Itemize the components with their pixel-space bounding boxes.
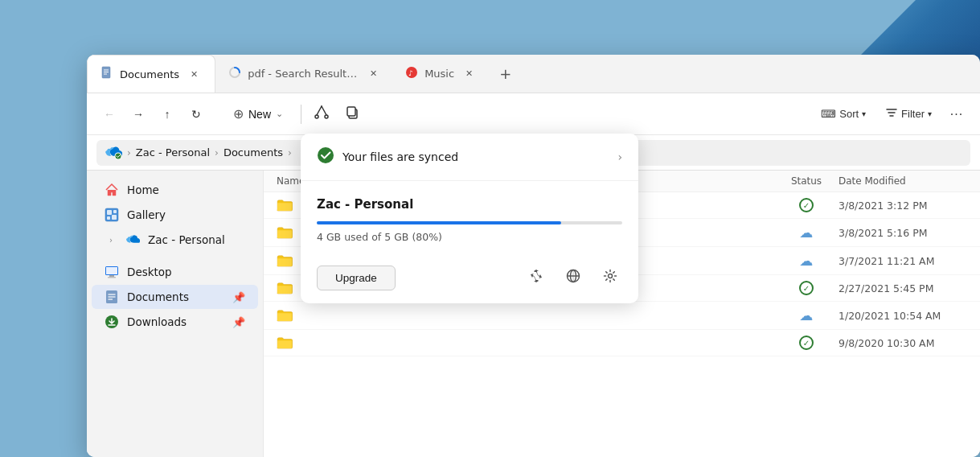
- tab-music[interactable]: ♪ Music ✕: [392, 55, 490, 93]
- downloads-pin-icon: 📌: [232, 316, 245, 328]
- tab-documents[interactable]: Documents ✕: [87, 55, 215, 93]
- documents-pin-icon: 📌: [232, 291, 245, 303]
- file-status-6: ✓: [774, 336, 839, 350]
- forward-button[interactable]: →: [125, 101, 151, 127]
- file-date-5: 1/20/2021 10:54 AM: [839, 310, 967, 322]
- sort-button[interactable]: ⌨ Sort ▾: [813, 104, 874, 124]
- popup-header-text: Your files are synced: [342, 150, 458, 163]
- sidebar-item-desktop[interactable]: Desktop: [92, 260, 258, 284]
- filter-label: Filter: [901, 108, 925, 120]
- zac-personal-icon: [125, 233, 140, 247]
- sidebar-item-home[interactable]: Home: [92, 178, 258, 202]
- file-status-3: ☁: [774, 253, 839, 269]
- sync-popup: Your files are synced › Zac - Personal 4…: [301, 134, 638, 303]
- svg-text:♪: ♪: [408, 69, 413, 77]
- sidebar-gallery-label: Gallery: [127, 208, 166, 221]
- sort-chevron: ▾: [862, 109, 866, 118]
- sidebar-item-downloads[interactable]: Downloads 📌: [92, 310, 258, 334]
- popup-footer: Upgrade: [301, 256, 638, 303]
- globe-button[interactable]: [561, 266, 585, 290]
- file-name-6: [277, 336, 774, 349]
- documents-icon: [105, 290, 119, 304]
- popup-account-name: Zac - Personal: [317, 197, 622, 212]
- sidebar-downloads-label: Downloads: [127, 315, 187, 328]
- new-button-label: New: [248, 108, 271, 121]
- popup-header: Your files are synced ›: [301, 134, 638, 181]
- col-date-header: Date Modified: [839, 175, 967, 187]
- file-date-6: 9/8/2020 10:30 AM: [839, 337, 967, 349]
- svg-rect-17: [113, 210, 117, 213]
- popup-footer-icons: [524, 266, 622, 290]
- copy-icon: [345, 105, 359, 123]
- synced-icon-1: ✓: [799, 198, 814, 212]
- file-date-4: 2/27/2021 5:45 PM: [839, 282, 967, 294]
- gallery-icon: [105, 208, 119, 222]
- sidebar-documents-label: Documents: [127, 290, 189, 303]
- cloud-icon-2: ☁: [800, 224, 814, 241]
- back-button[interactable]: ←: [96, 101, 122, 127]
- add-tab-button[interactable]: +: [490, 55, 521, 93]
- cut-icon: [314, 105, 329, 123]
- svg-rect-18: [107, 216, 110, 220]
- svg-rect-19: [112, 215, 117, 220]
- filter-icon: [885, 106, 898, 121]
- settings-button[interactable]: [598, 266, 622, 290]
- home-icon: [105, 183, 119, 197]
- svg-rect-23: [106, 267, 117, 274]
- svg-point-35: [609, 274, 613, 278]
- onedrive-breadcrumb-icon: [105, 146, 122, 159]
- copy-button[interactable]: [338, 101, 366, 128]
- sidebar-item-documents[interactable]: Documents 📌: [92, 285, 258, 309]
- tab-documents-close[interactable]: ✕: [186, 66, 202, 82]
- svg-line-7: [317, 106, 322, 115]
- breadcrumb-sep-0: ›: [127, 147, 131, 159]
- new-plus-icon: ⊕: [233, 106, 244, 121]
- up-button[interactable]: ↑: [154, 101, 180, 127]
- new-button[interactable]: ⊕ New ⌄: [222, 101, 294, 126]
- tab-music-close[interactable]: ✕: [461, 66, 477, 82]
- sidebar-item-zac-personal[interactable]: › Zac - Personal: [92, 228, 258, 252]
- svg-rect-22: [108, 277, 116, 278]
- file-status-4: ✓: [774, 281, 839, 295]
- sidebar-home-label: Home: [127, 183, 159, 196]
- svg-point-30: [318, 147, 334, 163]
- breadcrumb-zac-personal[interactable]: Zac - Personal: [136, 146, 210, 159]
- sidebar: Home Gallery ›: [87, 171, 264, 457]
- filter-button[interactable]: Filter ▾: [877, 102, 940, 126]
- popup-storage-text: 4 GB used of 5 GB (80%): [317, 231, 622, 243]
- new-dropdown-icon: ⌄: [276, 109, 283, 119]
- table-row[interactable]: ✓ 9/8/2020 10:30 AM: [264, 330, 980, 356]
- document-tab-icon: [100, 66, 113, 82]
- toolbar: ← → ↑ ↻ ⊕ New ⌄: [87, 93, 980, 135]
- tab-pdf-search-close[interactable]: ✕: [367, 66, 379, 82]
- toolbar-separator-1: [301, 105, 301, 124]
- upgrade-button[interactable]: Upgrade: [317, 266, 396, 290]
- tab-pdf-search[interactable]: pdf - Search Results in Hom ✕: [215, 55, 392, 93]
- sidebar-item-gallery[interactable]: Gallery: [92, 203, 258, 227]
- more-button[interactable]: ···: [943, 101, 970, 128]
- refresh-button[interactable]: ↻: [183, 101, 209, 127]
- breadcrumb-documents[interactable]: Documents: [223, 146, 283, 159]
- title-bar: Documents ✕ pdf - Search Results in Hom …: [87, 55, 980, 93]
- table-row[interactable]: ☁ 1/20/2021 10:54 AM: [264, 302, 980, 330]
- tab-pdf-search-label: pdf - Search Results in Hom: [248, 68, 360, 80]
- sort-label: Sort: [839, 108, 859, 120]
- zac-personal-expand-icon[interactable]: ›: [105, 233, 117, 246]
- svg-rect-21: [109, 275, 114, 277]
- popup-header-chevron[interactable]: ›: [617, 150, 622, 163]
- sidebar-desktop-label: Desktop: [127, 266, 172, 278]
- svg-point-9: [315, 115, 318, 118]
- file-date-3: 3/7/2021 11:21 AM: [839, 255, 967, 267]
- svg-point-10: [325, 115, 328, 118]
- filter-chevron: ▾: [928, 109, 932, 118]
- music-tab-icon: ♪: [405, 66, 418, 81]
- more-icon: ···: [950, 107, 963, 121]
- cloud-icon-3: ☁: [800, 253, 814, 269]
- cut-button[interactable]: [308, 101, 335, 128]
- breadcrumb-sep-2: ›: [288, 147, 292, 159]
- tab-music-label: Music: [424, 68, 454, 80]
- popup-progress-bar-fill: [317, 221, 561, 224]
- popup-synced-icon: [317, 146, 334, 167]
- recycle-button[interactable]: [524, 266, 548, 290]
- file-date-2: 3/8/2021 5:16 PM: [839, 227, 967, 239]
